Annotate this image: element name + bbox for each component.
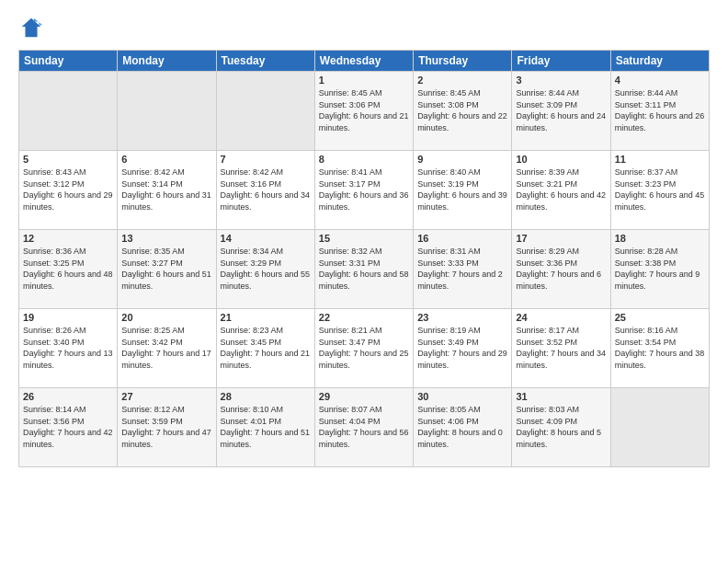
- weekday-header-thursday: Thursday: [414, 51, 512, 72]
- day-number: 15: [319, 233, 409, 244]
- sunset-text: Sunset: 3:49 PM: [417, 338, 479, 347]
- day-info: Sunrise: 8:36 AM Sunset: 3:25 PM Dayligh…: [23, 246, 113, 292]
- calendar-cell: 3 Sunrise: 8:44 AM Sunset: 3:09 PM Dayli…: [512, 72, 610, 151]
- day-info: Sunrise: 8:05 AM Sunset: 4:06 PM Dayligh…: [417, 404, 507, 450]
- sunset-text: Sunset: 3:54 PM: [615, 338, 677, 347]
- day-number: 28: [221, 391, 311, 402]
- sunrise-text: Sunrise: 8:40 AM: [417, 167, 481, 177]
- sunrise-text: Sunrise: 8:07 AM: [319, 405, 382, 414]
- calendar-cell: 10 Sunrise: 8:39 AM Sunset: 3:21 PM Dayl…: [512, 151, 610, 230]
- sunset-text: Sunset: 3:36 PM: [516, 259, 577, 268]
- calendar: SundayMondayTuesdayWednesdayThursdayFrid…: [18, 50, 710, 467]
- daylight-text: Daylight: 6 hours and 22 minutes.: [417, 111, 507, 132]
- calendar-cell: [19, 72, 118, 151]
- sunrise-text: Sunrise: 8:10 AM: [221, 405, 284, 414]
- daylight-text: Daylight: 6 hours and 45 minutes.: [615, 190, 705, 212]
- day-number: 10: [516, 154, 606, 165]
- day-info: Sunrise: 8:28 AM Sunset: 3:38 PM Dayligh…: [615, 246, 705, 292]
- day-info: Sunrise: 8:44 AM Sunset: 3:09 PM Dayligh…: [516, 87, 606, 133]
- day-number: 6: [121, 154, 211, 165]
- sunset-text: Sunset: 3:47 PM: [319, 338, 381, 347]
- calendar-cell: 16 Sunrise: 8:31 AM Sunset: 3:33 PM Dayl…: [414, 230, 512, 309]
- calendar-cell: 15 Sunrise: 8:32 AM Sunset: 3:31 PM Dayl…: [314, 230, 413, 309]
- weekday-header-sunday: Sunday: [19, 51, 118, 72]
- weekday-header-tuesday: Tuesday: [216, 51, 314, 72]
- day-number: 8: [319, 154, 409, 165]
- sunrise-text: Sunrise: 8:19 AM: [417, 326, 481, 335]
- sunset-text: Sunset: 3:11 PM: [615, 100, 677, 109]
- sunrise-text: Sunrise: 8:42 AM: [221, 167, 284, 177]
- day-number: 11: [615, 154, 705, 165]
- day-number: 4: [615, 75, 705, 86]
- sunset-text: Sunset: 3:40 PM: [23, 338, 85, 347]
- sunset-text: Sunset: 4:01 PM: [221, 417, 282, 426]
- daylight-text: Daylight: 6 hours and 31 minutes.: [121, 190, 211, 212]
- sunrise-text: Sunrise: 8:35 AM: [121, 247, 185, 256]
- calendar-cell: 29 Sunrise: 8:07 AM Sunset: 4:04 PM Dayl…: [314, 388, 413, 467]
- daylight-text: Daylight: 7 hours and 51 minutes.: [221, 428, 311, 449]
- day-number: 9: [417, 154, 507, 165]
- svg-marker-0: [22, 18, 41, 38]
- daylight-text: Daylight: 6 hours and 24 minutes.: [516, 111, 606, 132]
- calendar-cell: 20 Sunrise: 8:25 AM Sunset: 3:42 PM Dayl…: [118, 309, 216, 388]
- day-info: Sunrise: 8:23 AM Sunset: 3:45 PM Dayligh…: [221, 325, 311, 371]
- day-number: 22: [319, 312, 409, 323]
- day-info: Sunrise: 8:19 AM Sunset: 3:49 PM Dayligh…: [417, 325, 507, 371]
- calendar-cell: 13 Sunrise: 8:35 AM Sunset: 3:27 PM Dayl…: [118, 230, 216, 309]
- sunset-text: Sunset: 3:17 PM: [319, 179, 381, 189]
- sunset-text: Sunset: 4:09 PM: [516, 417, 577, 426]
- sunset-text: Sunset: 3:08 PM: [417, 100, 479, 109]
- daylight-text: Daylight: 7 hours and 56 minutes.: [319, 428, 409, 449]
- day-info: Sunrise: 8:07 AM Sunset: 4:04 PM Dayligh…: [319, 404, 409, 450]
- sunrise-text: Sunrise: 8:23 AM: [221, 326, 284, 335]
- sunrise-text: Sunrise: 8:28 AM: [615, 247, 678, 256]
- calendar-cell: 27 Sunrise: 8:12 AM Sunset: 3:59 PM Dayl…: [118, 388, 216, 467]
- day-info: Sunrise: 8:29 AM Sunset: 3:36 PM Dayligh…: [516, 246, 606, 292]
- daylight-text: Daylight: 8 hours and 5 minutes.: [516, 428, 601, 449]
- calendar-cell: 23 Sunrise: 8:19 AM Sunset: 3:49 PM Dayl…: [414, 309, 512, 388]
- calendar-cell: 1 Sunrise: 8:45 AM Sunset: 3:06 PM Dayli…: [314, 72, 413, 151]
- daylight-text: Daylight: 7 hours and 2 minutes.: [417, 270, 503, 291]
- daylight-text: Daylight: 7 hours and 34 minutes.: [516, 349, 606, 370]
- sunrise-text: Sunrise: 8:16 AM: [615, 326, 678, 335]
- sunset-text: Sunset: 3:25 PM: [23, 259, 85, 268]
- calendar-cell: 6 Sunrise: 8:42 AM Sunset: 3:14 PM Dayli…: [118, 151, 216, 230]
- day-info: Sunrise: 8:44 AM Sunset: 3:11 PM Dayligh…: [615, 87, 705, 133]
- day-info: Sunrise: 8:14 AM Sunset: 3:56 PM Dayligh…: [23, 404, 113, 450]
- day-info: Sunrise: 8:43 AM Sunset: 3:12 PM Dayligh…: [23, 167, 113, 213]
- sunrise-text: Sunrise: 8:34 AM: [221, 247, 284, 256]
- sunrise-text: Sunrise: 8:45 AM: [319, 88, 382, 98]
- sunrise-text: Sunrise: 8:41 AM: [319, 167, 382, 177]
- sunrise-text: Sunrise: 8:37 AM: [615, 167, 678, 177]
- logo-icon: [18, 15, 44, 40]
- daylight-text: Daylight: 7 hours and 6 minutes.: [516, 270, 601, 291]
- sunset-text: Sunset: 3:31 PM: [319, 259, 381, 268]
- weekday-header-row: SundayMondayTuesdayWednesdayThursdayFrid…: [19, 51, 710, 72]
- daylight-text: Daylight: 7 hours and 13 minutes.: [23, 349, 113, 370]
- day-info: Sunrise: 8:37 AM Sunset: 3:23 PM Dayligh…: [615, 167, 705, 213]
- calendar-cell: 18 Sunrise: 8:28 AM Sunset: 3:38 PM Dayl…: [610, 230, 709, 309]
- calendar-cell: 21 Sunrise: 8:23 AM Sunset: 3:45 PM Dayl…: [216, 309, 314, 388]
- day-info: Sunrise: 8:32 AM Sunset: 3:31 PM Dayligh…: [319, 246, 409, 292]
- sunrise-text: Sunrise: 8:25 AM: [121, 326, 185, 335]
- daylight-text: Daylight: 6 hours and 42 minutes.: [516, 190, 606, 212]
- daylight-text: Daylight: 6 hours and 39 minutes.: [417, 190, 507, 212]
- calendar-cell: 19 Sunrise: 8:26 AM Sunset: 3:40 PM Dayl…: [19, 309, 118, 388]
- day-number: 7: [221, 154, 311, 165]
- calendar-cell: 28 Sunrise: 8:10 AM Sunset: 4:01 PM Dayl…: [216, 388, 314, 467]
- sunrise-text: Sunrise: 8:14 AM: [23, 405, 86, 414]
- day-info: Sunrise: 8:31 AM Sunset: 3:33 PM Dayligh…: [417, 246, 507, 292]
- header: [18, 15, 710, 40]
- day-number: 20: [121, 312, 211, 323]
- daylight-text: Daylight: 6 hours and 51 minutes.: [121, 270, 211, 291]
- sunrise-text: Sunrise: 8:42 AM: [121, 167, 185, 177]
- day-number: 17: [516, 233, 606, 244]
- weekday-header-monday: Monday: [118, 51, 216, 72]
- sunset-text: Sunset: 3:42 PM: [121, 338, 183, 347]
- sunrise-text: Sunrise: 8:39 AM: [516, 167, 579, 177]
- day-number: 14: [221, 233, 311, 244]
- daylight-text: Daylight: 7 hours and 38 minutes.: [615, 349, 705, 370]
- calendar-cell: 9 Sunrise: 8:40 AM Sunset: 3:19 PM Dayli…: [414, 151, 512, 230]
- calendar-cell: 31 Sunrise: 8:03 AM Sunset: 4:09 PM Dayl…: [512, 388, 610, 467]
- day-number: 24: [516, 312, 606, 323]
